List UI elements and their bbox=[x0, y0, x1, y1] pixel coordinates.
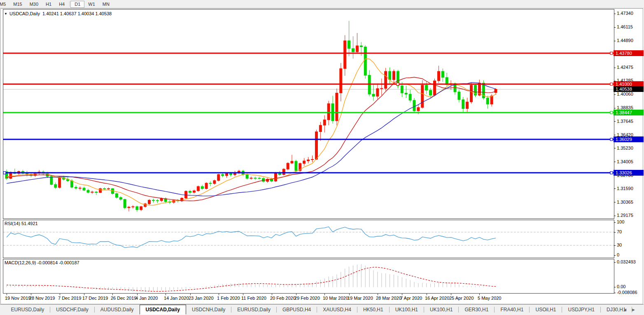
date-tick-label: 23 Jan 2020 bbox=[189, 296, 214, 301]
candle-body bbox=[287, 163, 289, 169]
date-tick-label: 28 Mar 2020 bbox=[376, 296, 401, 301]
line-handle[interactable] bbox=[397, 83, 399, 85]
price-tag-1.38447: 1.38447 bbox=[614, 110, 644, 115]
rsi-label: RSI(14) 51.4921 bbox=[5, 221, 38, 226]
date-tick bbox=[7, 294, 7, 295]
candle-body bbox=[189, 191, 191, 193]
tab-usdchf-daily[interactable]: USDCHF,Daily bbox=[50, 305, 94, 314]
line-handle[interactable] bbox=[610, 52, 613, 54]
tab-scroll-left-icon[interactable]: ◄ bbox=[623, 307, 631, 312]
date-tick bbox=[272, 294, 272, 295]
price-tag-1.33026: 1.33026 bbox=[614, 170, 644, 176]
candle-body bbox=[405, 93, 407, 94]
candle-body bbox=[352, 49, 355, 52]
price-tick bbox=[614, 94, 616, 95]
candle-body bbox=[380, 88, 383, 89]
candle-body bbox=[429, 90, 432, 95]
date-tick bbox=[296, 294, 296, 295]
timeframe-button-w1[interactable]: W1 bbox=[84, 1, 99, 8]
macd-chart[interactable] bbox=[3, 259, 614, 293]
timeframe-button-mn[interactable]: MN bbox=[99, 1, 113, 8]
price-tick-label: 1.46115 bbox=[617, 24, 633, 29]
candle-body bbox=[389, 71, 391, 80]
line-handle[interactable] bbox=[3, 172, 6, 174]
candle-body bbox=[258, 178, 261, 179]
rsi-scale-label: 70 bbox=[617, 229, 622, 234]
tab-scroll-right-icon[interactable]: ► bbox=[631, 307, 640, 312]
macd-scale-tick bbox=[614, 287, 616, 287]
candle-body bbox=[230, 174, 232, 175]
date-tick bbox=[31, 294, 31, 295]
rsi-indicator-pane[interactable] bbox=[3, 220, 614, 258]
candle-body bbox=[291, 161, 293, 163]
candle-body bbox=[115, 193, 118, 197]
tab-ger30-h1[interactable]: GER30,H1 bbox=[459, 305, 494, 314]
tab-eurusd-daily[interactable]: EURUSD,Daily bbox=[231, 305, 276, 314]
line-handle[interactable] bbox=[610, 172, 613, 174]
candle-body bbox=[58, 178, 61, 188]
candle-body bbox=[417, 108, 420, 111]
line-handle[interactable] bbox=[610, 83, 613, 85]
candle-body bbox=[197, 186, 199, 191]
tab-uk100-h1[interactable]: UK100,H1 bbox=[424, 305, 458, 314]
candle-body bbox=[344, 41, 346, 68]
tab-eurusd-daily[interactable]: EURUSD,Daily bbox=[5, 305, 50, 314]
tab-scroll-arrows[interactable]: ◄► bbox=[623, 307, 640, 312]
date-tick bbox=[427, 294, 427, 295]
chevron-down-icon[interactable]: ▼ bbox=[4, 12, 7, 16]
candle-body bbox=[413, 100, 415, 111]
candle-body bbox=[376, 89, 379, 96]
line-handle[interactable] bbox=[610, 111, 613, 114]
tab-usoil-h1[interactable]: USOil,H1 bbox=[530, 305, 562, 314]
candle-body bbox=[193, 191, 195, 193]
date-tick bbox=[243, 294, 243, 295]
date-tick bbox=[349, 294, 350, 295]
rsi-scale-label: 100 bbox=[617, 219, 624, 224]
candlestick-chart[interactable] bbox=[3, 9, 614, 219]
price-tick bbox=[614, 162, 616, 162]
candle-body bbox=[103, 188, 106, 189]
tab-usdcnh-daily[interactable]: USDCNH,Daily bbox=[186, 305, 231, 314]
timeframe-button-h1[interactable]: H1 bbox=[42, 1, 55, 8]
tab-fra40-h1[interactable]: FRA40,H1 bbox=[495, 305, 529, 314]
price-tick bbox=[614, 27, 616, 28]
timeframe-button-h4[interactable]: H4 bbox=[55, 1, 68, 8]
candle-body bbox=[295, 161, 297, 171]
date-tick bbox=[84, 294, 84, 295]
price-tick bbox=[614, 14, 616, 14]
candle-body bbox=[356, 46, 358, 52]
rsi-chart[interactable] bbox=[3, 220, 614, 258]
timeframe-button-m30[interactable]: M30 bbox=[26, 1, 42, 8]
rsi-scale-label: 30 bbox=[617, 242, 622, 247]
rsi-line bbox=[7, 227, 496, 248]
candle-body bbox=[282, 169, 285, 174]
macd-scale-label: -0.008086 bbox=[617, 290, 637, 295]
macd-indicator-pane[interactable] bbox=[3, 259, 614, 294]
tab-usdjpy-h1[interactable]: USDJPY,H1 bbox=[562, 305, 600, 314]
timeframe-button-m15[interactable]: M15 bbox=[9, 1, 26, 8]
candle-body bbox=[128, 207, 130, 208]
timeframe-button-d1[interactable]: D1 bbox=[70, 1, 84, 8]
line-handle[interactable] bbox=[610, 138, 613, 141]
date-tick-label: 11 Feb 2020 bbox=[241, 296, 266, 301]
date-tick-label: 1 Feb 2020 bbox=[217, 296, 240, 301]
candle-body bbox=[466, 102, 469, 108]
tab-audusd-daily[interactable]: AUDUSD,Daily bbox=[95, 305, 140, 314]
date-tick-label: 19 Nov 2019 bbox=[5, 296, 30, 301]
tab-hk50-h1[interactable]: HK50,H1 bbox=[357, 305, 389, 314]
rsi-scale-tick bbox=[614, 255, 616, 256]
candle-body bbox=[372, 94, 375, 96]
timeframe-button-m5[interactable]: M5 bbox=[0, 1, 9, 8]
candle-body bbox=[132, 207, 134, 207]
date-tick bbox=[219, 294, 219, 295]
date-tick bbox=[112, 294, 113, 295]
tab-uk100-h1[interactable]: UK100,H1 bbox=[390, 305, 424, 314]
candle-body bbox=[136, 207, 138, 210]
date-tick-label: 29 Feb 2020 bbox=[294, 296, 320, 301]
candle-body bbox=[226, 174, 228, 176]
tab-xauusd-h4[interactable]: XAUUSD,H4 bbox=[317, 305, 357, 314]
candle-body bbox=[409, 94, 411, 100]
tab-usdcad-daily[interactable]: USDCAD,Daily bbox=[140, 305, 186, 315]
tab-gbpusd-h4[interactable]: GBPUSD,H4 bbox=[277, 305, 317, 314]
price-chart-pane[interactable] bbox=[3, 9, 614, 219]
